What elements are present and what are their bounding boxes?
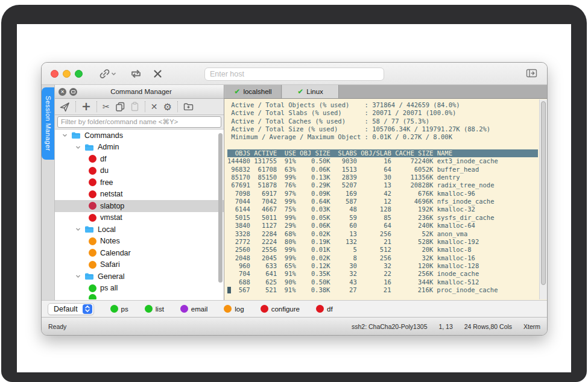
chevron-down-icon[interactable] <box>75 145 81 150</box>
tree-item[interactable]: Safari <box>55 259 224 271</box>
quick-command-button[interactable]: configure <box>261 305 300 313</box>
toolbar-separator <box>96 101 97 112</box>
folder-icon <box>84 143 94 151</box>
terminal-line: OBJS ACTIVE USE OBJ SIZE SLABS OBJ/SLAB … <box>227 149 538 157</box>
disconnect-icon[interactable] <box>153 69 162 78</box>
status-ready: Ready <box>48 323 66 330</box>
terminal-line: 7098 6917 97% 0.09K 169 42 676K kmalloc-… <box>227 190 538 198</box>
terminal-line-text: 96832 61708 63% 0.06K 1513 64 6052K buff… <box>227 166 479 173</box>
session-manager-tab[interactable]: Session Manager <box>42 87 54 160</box>
command-dot-icon <box>89 178 96 186</box>
tree-scrollbar[interactable] <box>218 133 223 283</box>
terminal-scrollbar[interactable] <box>539 99 547 299</box>
terminal-tab[interactable]: ✔ Linux <box>282 85 339 98</box>
tab-label: Linux <box>306 88 323 95</box>
tree-item-label: du <box>100 166 109 175</box>
tree-item-label: Notes <box>100 237 120 245</box>
close-panel-icon[interactable]: ✕ <box>58 88 66 96</box>
quick-command-button[interactable]: df <box>316 305 333 313</box>
minimize-window-button[interactable] <box>63 70 71 78</box>
terminal-line-text: Active / Total Caches (% used) : 58 / 77… <box>227 117 429 125</box>
terminal-line-text: Active / Total Slabs (% used) : 20071 / … <box>227 109 456 116</box>
filter-input[interactable] <box>57 116 221 128</box>
quick-command-label: list <box>156 305 164 313</box>
chevron-down-icon[interactable] <box>75 274 81 279</box>
tree-item[interactable]: df <box>55 153 224 165</box>
cut-icon[interactable]: ✂ <box>103 102 110 111</box>
tree-item[interactable]: Commands <box>55 130 224 142</box>
toolbar-separator <box>177 101 178 112</box>
toggle-panel-icon[interactable] <box>526 69 537 78</box>
host-input[interactable] <box>204 67 384 81</box>
quick-command-label: configure <box>271 305 300 313</box>
quick-command-button[interactable]: list <box>145 305 164 313</box>
terminal-line: Active / Total Caches (% used) : 58 / 77… <box>227 117 538 125</box>
quick-command-button[interactable]: ps <box>110 305 128 313</box>
tab-label: localshell <box>243 88 271 95</box>
terminal-line: 7044 7042 99% 0.64K 587 12 4696K nfs_ino… <box>227 198 538 205</box>
chevron-down-icon[interactable] <box>75 227 81 232</box>
terminal-tab[interactable]: ✔ localshell <box>224 85 282 98</box>
tree-item[interactable]: netstat <box>55 189 224 201</box>
new-folder-icon[interactable] <box>183 102 194 111</box>
terminal-scrollbar-thumb[interactable] <box>541 101 546 285</box>
command-dot-icon <box>89 190 96 198</box>
terminal-line-text <box>227 142 231 149</box>
quick-command-label: df <box>327 305 333 313</box>
float-glyph <box>71 90 75 93</box>
quick-command-button[interactable]: email <box>180 305 207 313</box>
terminal-line-text: 144480 131755 91% 0.50K 9030 16 72240K e… <box>227 157 498 164</box>
terminal-line: 688 625 90% 0.50K 43 16 344K kmalloc-512 <box>227 278 538 286</box>
toolbar-separator <box>145 101 145 112</box>
tree-item[interactable]: Notes <box>55 236 224 248</box>
zoom-window-button[interactable] <box>75 70 83 78</box>
terminal-line: 2560 2556 99% 0.01K 5 512 20K kmalloc-8 <box>227 246 538 254</box>
tree-item[interactable]: slabtop <box>55 200 224 212</box>
terminal-line-text: 7044 7042 99% 0.64K 587 12 4696K nfs_ino… <box>227 198 495 205</box>
command-tree: Commands Admin <box>55 129 224 300</box>
terminal[interactable]: Active / Total Objects (% used) : 371864… <box>224 99 547 300</box>
tree-item[interactable]: Local <box>55 224 224 236</box>
command-dot-icon <box>180 305 188 313</box>
tree-item[interactable]: ps all <box>55 283 224 295</box>
folder-icon <box>84 225 94 233</box>
tree-item[interactable]: General <box>55 271 224 283</box>
run-command-icon[interactable] <box>60 102 70 112</box>
command-dot-icon <box>89 202 96 210</box>
session-manager-strip: Session Manager <box>42 85 55 300</box>
terminal-line: 704 641 91% 0.35K 32 22 256K inode_cache <box>227 270 538 278</box>
float-panel-icon[interactable] <box>69 88 77 96</box>
copy-icon[interactable] <box>115 102 125 111</box>
status-terminal-size: 24 Rows,80 Cols <box>464 323 512 330</box>
reconnect-icon[interactable] <box>130 69 142 78</box>
paste-icon[interactable] <box>130 102 139 111</box>
connect-link-icon[interactable] <box>100 69 110 79</box>
chevron-down-icon[interactable] <box>62 133 68 138</box>
command-dot-icon <box>89 294 96 299</box>
terminal-line-text: Active / Total Objects (% used) : 371864… <box>227 101 460 108</box>
app-window: Session Manager ✕ Command Manager <box>41 62 548 336</box>
terminal-line: 6144 4667 75% 0.03K 48 128 192K kmalloc-… <box>227 205 538 213</box>
terminal-line: Active / Total Slabs (% used) : 20071 / … <box>227 109 538 117</box>
button-set-dropdown[interactable]: Default <box>48 303 94 315</box>
connect-dropdown-chevron-icon[interactable] <box>111 72 116 76</box>
tree-item[interactable]: vmstat <box>55 212 224 224</box>
terminal-line-text: 5015 5011 99% 0.05K 59 85 236K sysfs_dir… <box>227 214 495 221</box>
folder-icon <box>84 272 94 280</box>
close-window-button[interactable] <box>51 70 58 78</box>
terminal-line-text: OBJS ACTIVE USE OBJ SIZE SLABS OBJ/SLAB … <box>227 149 452 157</box>
gear-icon[interactable]: ⚙ <box>163 101 171 113</box>
terminal-line-text: 6144 4667 75% 0.03K 48 128 192K kmalloc-… <box>227 205 475 213</box>
terminal-line-text: 85170 85150 99% 0.13K 2839 30 11356K den… <box>227 174 460 181</box>
tree-item[interactable]: du <box>55 165 224 177</box>
delete-command-icon[interactable]: ✕ <box>151 102 158 111</box>
quick-command-button[interactable]: log <box>224 305 244 313</box>
terminal-line-text: 2772 2224 80% 0.19K 132 21 528K kmalloc-… <box>227 238 479 245</box>
tree-item[interactable]: free <box>55 177 224 189</box>
tree-item[interactable]: Calendar <box>55 247 224 259</box>
tree-item-label: General <box>98 272 124 281</box>
quick-command-label: email <box>191 305 207 313</box>
tree-item[interactable] <box>55 294 224 299</box>
add-command-icon[interactable]: + <box>81 99 91 113</box>
tree-item[interactable]: Admin <box>55 142 224 154</box>
